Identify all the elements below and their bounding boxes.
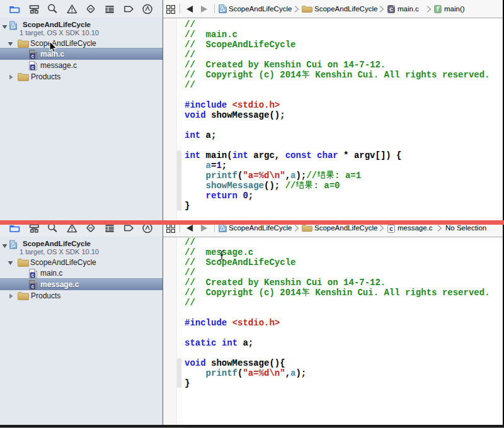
- svg-text:f: f: [436, 6, 440, 13]
- svg-text:c: c: [389, 6, 393, 13]
- svg-text:c: c: [31, 284, 34, 290]
- svg-text:c: c: [31, 54, 34, 59]
- svg-text:c: c: [31, 65, 34, 70]
- svg-text:c: c: [31, 273, 34, 278]
- svg-text:c: c: [389, 226, 393, 233]
